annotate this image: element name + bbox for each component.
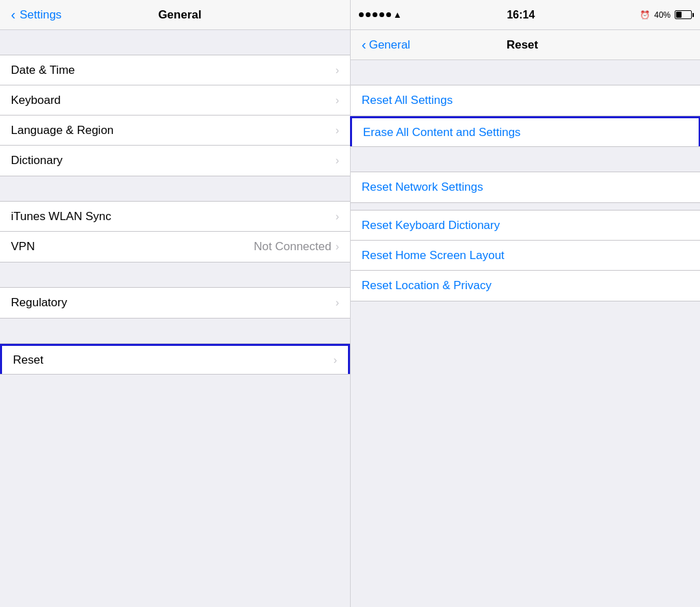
reset-label: Reset xyxy=(13,353,334,367)
reset-location-privacy-label: Reset Location & Privacy xyxy=(362,279,492,293)
signal-dot xyxy=(373,12,377,17)
back-label: Settings xyxy=(20,8,62,22)
general-section-reset: Reset › xyxy=(0,343,350,375)
reset-all-settings-item[interactable]: Reset All Settings xyxy=(351,85,700,116)
right-nav-title: Reset xyxy=(410,38,634,52)
reset-keyboard-dictionary-label: Reset Keyboard Dictionary xyxy=(362,219,500,232)
vpn-label: VPN xyxy=(11,240,254,254)
back-chevron-icon: ‹ xyxy=(362,37,366,53)
erase-content-section: Erase All Content and Settings xyxy=(351,116,700,147)
signal-dot xyxy=(379,12,384,17)
section-gap-3 xyxy=(0,262,350,287)
status-time: 16:14 xyxy=(402,9,640,21)
regulatory-label: Regulatory xyxy=(11,296,336,310)
general-section-3: Regulatory › xyxy=(0,287,350,319)
list-item-reset[interactable]: Reset › xyxy=(0,344,350,374)
signal-indicators: ▲ xyxy=(359,10,402,20)
reset-network-settings-label: Reset Network Settings xyxy=(362,180,483,194)
chevron-right-icon: › xyxy=(336,154,339,167)
language-region-label: Language & Region xyxy=(11,124,336,137)
section-gap-2 xyxy=(0,176,350,201)
chevron-right-icon: › xyxy=(336,64,339,77)
reset-network-section: Reset Network Settings xyxy=(351,172,700,203)
right-status-bar: ▲ 16:14 ⏰ 40% xyxy=(351,0,700,30)
chevron-right-icon: › xyxy=(334,354,337,366)
section-gap-top xyxy=(0,30,350,55)
date-time-label: Date & Time xyxy=(11,64,336,77)
settings-back-button[interactable]: ‹ Settings xyxy=(11,7,62,23)
general-back-button[interactable]: ‹ General xyxy=(362,37,410,53)
reset-misc-section: Reset Keyboard Dictionary Reset Home Scr… xyxy=(351,210,700,301)
reset-all-settings-label: Reset All Settings xyxy=(362,94,453,107)
chevron-right-icon: › xyxy=(336,124,339,137)
signal-dot xyxy=(386,12,391,17)
left-nav-bar: ‹ Settings General xyxy=(0,0,350,30)
erase-all-content-label: Erase All Content and Settings xyxy=(363,126,521,139)
right-nav-bar: ‹ General Reset xyxy=(351,30,700,60)
battery-percentage: 40% xyxy=(654,10,671,20)
signal-dot xyxy=(359,12,364,17)
cellular-signal xyxy=(359,12,391,17)
reset-keyboard-dictionary-item[interactable]: Reset Keyboard Dictionary xyxy=(351,211,700,241)
general-section-2: iTunes WLAN Sync › VPN Not Connected › xyxy=(0,201,350,262)
reset-home-screen-layout-item[interactable]: Reset Home Screen Layout xyxy=(351,241,700,271)
reset-network-settings-item[interactable]: Reset Network Settings xyxy=(351,172,700,202)
list-item-dictionary[interactable]: Dictionary › xyxy=(0,146,350,176)
alarm-icon: ⏰ xyxy=(640,10,650,20)
back-label-right: General xyxy=(369,38,410,52)
list-item-vpn[interactable]: VPN Not Connected › xyxy=(0,232,350,262)
dictionary-label: Dictionary xyxy=(11,154,336,167)
chevron-right-icon: › xyxy=(336,211,339,223)
list-item-regulatory[interactable]: Regulatory › xyxy=(0,288,350,318)
right-panel: ▲ 16:14 ⏰ 40% ‹ General Reset Reset All … xyxy=(350,0,700,607)
reset-group-all-settings: Reset All Settings xyxy=(351,85,700,116)
back-chevron-icon: ‹ xyxy=(11,7,16,23)
reset-home-screen-layout-label: Reset Home Screen Layout xyxy=(362,249,504,262)
vpn-value: Not Connected xyxy=(254,240,331,254)
battery-icon xyxy=(675,10,692,19)
list-item-itunes-wlan[interactable]: iTunes WLAN Sync › xyxy=(0,202,350,232)
wifi-icon: ▲ xyxy=(393,10,402,20)
itunes-wlan-label: iTunes WLAN Sync xyxy=(11,210,336,224)
chevron-right-icon: › xyxy=(336,297,339,309)
chevron-right-icon: › xyxy=(336,94,339,107)
keyboard-label: Keyboard xyxy=(11,94,336,107)
reset-location-privacy-item[interactable]: Reset Location & Privacy xyxy=(351,271,700,301)
list-item-language-region[interactable]: Language & Region › xyxy=(0,116,350,146)
left-bottom-fill xyxy=(0,375,350,607)
chevron-right-icon: › xyxy=(336,241,339,253)
left-nav-title: General xyxy=(62,8,298,22)
battery-fill xyxy=(676,12,682,18)
signal-dot xyxy=(366,12,371,17)
section-gap-4 xyxy=(0,319,350,343)
list-item-date-time[interactable]: Date & Time › xyxy=(0,55,350,85)
right-bottom-fill xyxy=(351,301,700,607)
erase-all-content-item[interactable]: Erase All Content and Settings xyxy=(350,116,700,146)
list-item-keyboard[interactable]: Keyboard › xyxy=(0,85,350,116)
status-right-icons: ⏰ 40% xyxy=(640,10,692,20)
left-panel: ‹ Settings General Date & Time › Keyboar… xyxy=(0,0,350,607)
general-section-1: Date & Time › Keyboard › Language & Regi… xyxy=(0,55,350,176)
